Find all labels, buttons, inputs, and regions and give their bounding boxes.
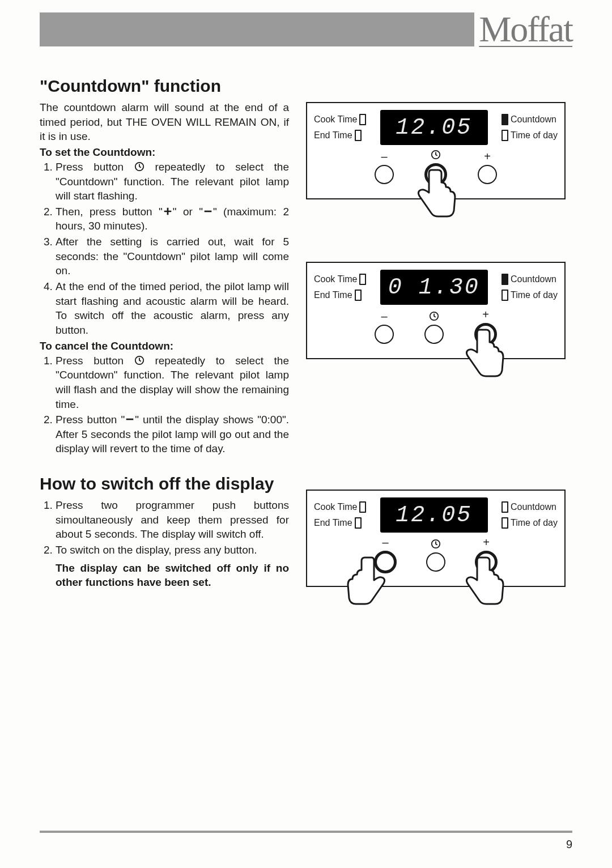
switch-off-steps: Press two programmer push buttons simoul… — [40, 498, 289, 558]
set-step-1: Press button repeatedly to select the "C… — [56, 160, 289, 203]
set-countdown-steps: Press button repeatedly to select the "C… — [40, 160, 289, 338]
clock-symbol — [429, 310, 439, 322]
lcd-display: 12.05 — [380, 110, 488, 145]
programmer-panel-3: Cook Time End Time 12.05 Countdown Time … — [306, 490, 566, 587]
right-labels: Countdown Time of day — [502, 274, 558, 301]
programmer-panel-2: Cook Time End Time 0 1.30 Countdown Time… — [306, 262, 566, 359]
lcd-display: 0 1.30 — [380, 270, 488, 305]
cancel-step-2: Press button "" until the display shows … — [56, 412, 289, 456]
countdown-label: Countdown — [511, 502, 556, 512]
diagram-column: Cook Time End Time 12.05 Countdown Time … — [306, 102, 567, 649]
clock-icon — [134, 355, 144, 365]
minus-symbol: – — [381, 150, 387, 163]
end-time-label: End Time — [314, 518, 352, 528]
minus-symbol: – — [382, 536, 388, 548]
mode-button[interactable] — [426, 552, 445, 572]
end-time-label: End Time — [314, 290, 352, 300]
brand-logo: Moffat — [479, 8, 572, 50]
minus-icon — [125, 414, 135, 424]
end-time-lamp — [355, 290, 362, 301]
programmer-panel-1: Cook Time End Time 12.05 Countdown Time … — [306, 102, 566, 199]
right-labels: Countdown Time of day — [502, 114, 558, 141]
time-of-day-lamp — [502, 290, 508, 301]
clock-icon — [134, 161, 144, 172]
switch-off-step-2: To switch on the display, press any butt… — [56, 543, 289, 558]
time-of-day-lamp — [502, 130, 508, 141]
time-of-day-label: Time of day — [511, 518, 558, 528]
end-time-lamp — [355, 130, 362, 141]
section-title-switch-off: How to switch off the display — [40, 474, 289, 493]
footer-rule — [40, 831, 572, 833]
set-step-4: At the end of the timed period, the pilo… — [56, 279, 289, 338]
cancel-countdown-steps: Press button repeatedly to select the "C… — [40, 354, 289, 456]
set-countdown-heading: To set the Countdown: — [40, 146, 289, 159]
left-labels: Cook Time End Time — [314, 501, 366, 529]
minus-symbol: – — [381, 310, 387, 322]
text-column: "Countdown" function The countdown alarm… — [40, 76, 289, 590]
end-time-lamp — [355, 517, 362, 529]
left-labels: Cook Time End Time — [314, 274, 366, 301]
clock-symbol — [431, 148, 441, 161]
lcd-display: 12.05 — [380, 497, 488, 533]
cook-time-label: Cook Time — [314, 114, 357, 125]
pressing-hand-icon — [460, 324, 510, 378]
clock-symbol — [431, 538, 441, 550]
pressing-hand-left-icon — [341, 552, 391, 606]
cook-time-lamp — [359, 114, 366, 125]
cancel-step-1: Press button repeatedly to select the "C… — [56, 354, 289, 412]
page-header: Moffat — [40, 12, 572, 46]
cancel-countdown-heading: To cancel the Countdown: — [40, 340, 289, 352]
set-step-3: After the setting is carried out, wait f… — [56, 235, 289, 278]
plus-symbol: + — [484, 150, 491, 163]
plus-symbol: + — [483, 536, 490, 548]
cook-time-lamp — [359, 501, 366, 513]
countdown-lamp — [502, 114, 508, 125]
minus-button[interactable] — [375, 165, 394, 184]
plus-icon — [163, 206, 173, 216]
section-title-countdown: "Countdown" function — [40, 76, 289, 96]
pressing-hand-icon — [412, 164, 462, 218]
plus-button[interactable] — [478, 165, 497, 184]
page-number: 9 — [566, 838, 572, 851]
lcd-time: 0 1.30 — [388, 275, 480, 300]
time-of-day-label: Time of day — [511, 130, 558, 141]
minus-button[interactable] — [375, 325, 394, 344]
minus-icon — [203, 206, 213, 216]
header-gray-bar — [40, 12, 474, 46]
countdown-intro: The countdown alarm will sound at the en… — [40, 100, 289, 144]
lcd-time: 12.05 — [396, 503, 472, 528]
time-of-day-lamp — [502, 517, 508, 529]
mode-button[interactable] — [424, 325, 444, 344]
switch-off-note: The display can be switched off only if … — [56, 561, 289, 590]
left-labels: Cook Time End Time — [314, 114, 366, 141]
pressing-hand-right-icon — [460, 552, 510, 606]
plus-symbol: + — [482, 308, 489, 321]
right-labels: Countdown Time of day — [502, 501, 558, 529]
end-time-label: End Time — [314, 130, 352, 141]
set-step-2: Then, press button "" or "" (maximum: 2 … — [56, 205, 289, 233]
cook-time-label: Cook Time — [314, 502, 357, 512]
lcd-time: 12.05 — [396, 115, 472, 141]
cook-time-label: Cook Time — [314, 274, 357, 284]
time-of-day-label: Time of day — [511, 290, 558, 300]
cook-time-lamp — [359, 274, 366, 285]
switch-off-step-1: Press two programmer push buttons simoul… — [56, 498, 289, 542]
countdown-lamp — [502, 501, 508, 513]
countdown-label: Countdown — [511, 274, 556, 284]
countdown-label: Countdown — [511, 114, 556, 125]
countdown-lamp — [502, 274, 508, 285]
